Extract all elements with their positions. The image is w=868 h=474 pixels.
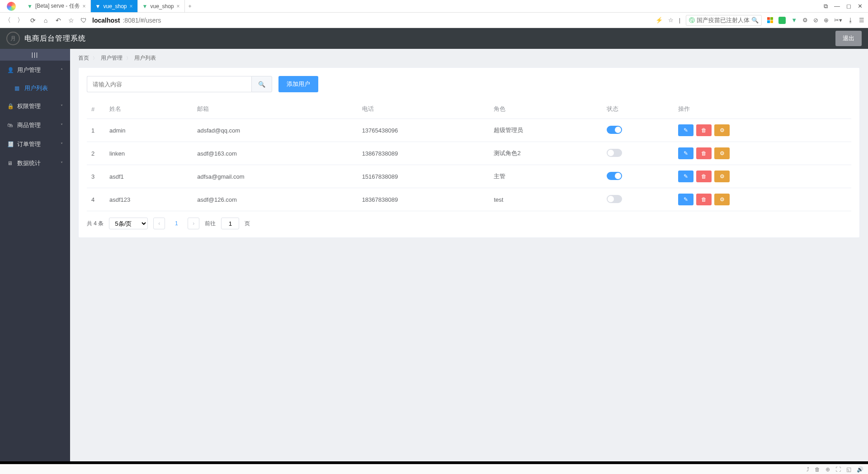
home-icon[interactable]: ⌂ xyxy=(42,17,50,24)
breadcrumb-home[interactable]: 首页 xyxy=(78,54,89,62)
url-box[interactable]: localhost:8081/#/users xyxy=(92,17,161,24)
edit-icon: ✎ xyxy=(684,127,688,133)
gear-icon[interactable]: ⚙ xyxy=(802,17,808,24)
status-icon[interactable]: 🗑 xyxy=(815,466,820,473)
flash-icon[interactable]: ⚡ xyxy=(656,17,663,24)
sidebar-item-goods[interactable]: 🛍 商品管理 ˅ xyxy=(0,116,70,135)
settings-button[interactable]: ⚙ xyxy=(714,147,730,159)
vue-devtools-icon[interactable]: ▼ xyxy=(791,17,797,24)
sidebar: ||| 👤 用户管理 ˄ ▦ 用户列表 🔒 权限管理 ˅ 🛍 商品管理 ˅ xyxy=(0,49,70,461)
chevron-up-icon: ˄ xyxy=(61,68,63,73)
status-icon[interactable]: ⊕ xyxy=(826,466,830,473)
delete-button[interactable]: 🗑 xyxy=(696,147,712,159)
status-icon[interactable]: ◱ xyxy=(846,466,851,473)
cell-idx: 3 xyxy=(87,165,105,188)
cell-name: admin xyxy=(105,119,193,142)
sidebar-item-permissions[interactable]: 🔒 权限管理 ˅ xyxy=(0,97,70,116)
table-row: 1adminadsfad@qq.com13765438096超级管理员✎🗑⚙ xyxy=(87,119,851,142)
breadcrumb-current: 用户列表 xyxy=(134,54,156,62)
edit-button[interactable]: ✎ xyxy=(678,147,693,159)
cell-name: linken xyxy=(105,142,193,165)
sidebar-item-orders[interactable]: 🧾 订单管理 ˅ xyxy=(0,135,70,154)
forward-icon[interactable]: 〉 xyxy=(16,16,24,24)
delete-button[interactable]: 🗑 xyxy=(696,124,712,136)
cell-name: asdf1 xyxy=(105,165,193,188)
microsoft-icon[interactable] xyxy=(767,17,773,23)
settings-button[interactable]: ⚙ xyxy=(714,194,730,205)
status-icon[interactable]: 🔊 xyxy=(857,466,863,473)
globe-icon[interactable]: ⊕ xyxy=(824,17,829,24)
download-icon[interactable]: ⭳ xyxy=(848,17,854,24)
pagination: 共 4 条 5条/页 ‹ 1 › 前往 页 xyxy=(87,218,851,229)
logout-button[interactable]: 退出 xyxy=(835,31,862,46)
cell-email: asdf@126.com xyxy=(193,188,357,211)
breadcrumb-link[interactable]: 用户管理 xyxy=(101,54,123,62)
state-switch[interactable] xyxy=(607,149,622,157)
app-header: 月 电商后台管理系统 退出 xyxy=(0,28,868,49)
add-user-button[interactable]: 添加用户 xyxy=(278,76,318,92)
browser-tab[interactable]: ▼ vue_shop × xyxy=(138,0,185,12)
order-icon: 🧾 xyxy=(7,141,14,147)
edit-button[interactable]: ✎ xyxy=(678,171,693,182)
cell-role: 测试角色2 xyxy=(489,142,602,165)
sidebar-item-stats[interactable]: 🖥 数据统计 ˅ xyxy=(0,154,70,173)
back-icon[interactable]: 〈 xyxy=(4,16,12,24)
pager-prev[interactable]: ‹ xyxy=(153,218,165,229)
col-name: 姓名 xyxy=(105,100,193,119)
settings-button[interactable]: ⚙ xyxy=(714,171,730,182)
vue-icon: ▼ xyxy=(95,3,101,9)
browser-tab[interactable]: ▼ vue_shop × xyxy=(91,0,138,12)
pager-page[interactable]: 1 xyxy=(170,220,182,227)
close-icon[interactable]: × xyxy=(130,3,133,9)
window-controls: ⧉ — ◻ ✕ xyxy=(818,0,868,12)
edit-button[interactable]: ✎ xyxy=(678,124,693,136)
search-button[interactable]: 🔍 xyxy=(251,76,272,92)
extension-icon[interactable] xyxy=(778,17,786,24)
reload-icon[interactable]: ⟳ xyxy=(29,17,37,24)
close-window-icon[interactable]: ✕ xyxy=(858,3,863,9)
news-hint[interactable]: Ⓠ 国产疫苗已注射人体 🔍 xyxy=(686,15,762,26)
users-table: # 姓名 邮箱 电话 角色 状态 操作 1adminadsfad@qq.com1… xyxy=(87,100,851,211)
news-text: 国产疫苗已注射人体 xyxy=(697,16,750,24)
state-switch[interactable] xyxy=(607,126,622,134)
block-icon[interactable]: ⊘ xyxy=(813,17,818,24)
edit-button[interactable]: ✎ xyxy=(678,194,693,205)
new-tab-button[interactable]: + xyxy=(185,0,195,12)
menu-icon[interactable]: ☰ xyxy=(859,17,864,24)
chart-icon: 🖥 xyxy=(7,160,14,166)
close-icon[interactable]: × xyxy=(177,3,180,9)
bookmark-icon[interactable]: ☆ xyxy=(668,17,674,24)
star-icon[interactable]: ☆ xyxy=(67,17,75,24)
sidebar-collapse-toggle[interactable]: ||| xyxy=(0,49,70,61)
page-size-select[interactable]: 5条/页 xyxy=(109,218,148,229)
sidebar-item-label: 用户管理 xyxy=(17,66,41,74)
col-idx: # xyxy=(87,100,105,119)
sidebar-subitem-userlist[interactable]: ▦ 用户列表 xyxy=(0,80,70,97)
pager-next[interactable]: › xyxy=(188,218,199,229)
delete-button[interactable]: 🗑 xyxy=(696,171,712,182)
cell-idx: 1 xyxy=(87,119,105,142)
search-input[interactable] xyxy=(87,76,251,92)
status-icon[interactable]: ⛶ xyxy=(835,466,841,473)
pin-icon[interactable]: ⧉ xyxy=(824,3,828,10)
delete-button[interactable]: 🗑 xyxy=(696,194,712,205)
cut-icon[interactable]: ✂▾ xyxy=(834,17,842,24)
browser-tabbar: ▼ [Beta] serve - 任务 × ▼ vue_shop × ▼ vue… xyxy=(0,0,868,13)
pager-goto-input[interactable] xyxy=(221,218,239,229)
status-icon[interactable]: ⤴ xyxy=(807,466,809,473)
tab-title: vue_shop xyxy=(104,3,127,9)
url-host: localhost xyxy=(92,17,120,24)
grid-icon: ▦ xyxy=(14,85,21,91)
state-switch[interactable] xyxy=(607,172,622,180)
undo-icon[interactable]: ↶ xyxy=(54,17,62,24)
browser-tab[interactable]: ▼ [Beta] serve - 任务 × xyxy=(23,0,91,12)
close-icon[interactable]: × xyxy=(83,3,86,9)
cell-role: 超级管理员 xyxy=(489,119,602,142)
settings-button[interactable]: ⚙ xyxy=(714,124,730,136)
sidebar-item-users[interactable]: 👤 用户管理 ˄ xyxy=(0,61,70,80)
state-switch[interactable] xyxy=(607,195,622,203)
shield-icon: 🛡 xyxy=(80,17,88,24)
vue-icon: ▼ xyxy=(27,3,33,9)
minimize-icon[interactable]: — xyxy=(834,3,840,9)
maximize-icon[interactable]: ◻ xyxy=(846,3,851,9)
